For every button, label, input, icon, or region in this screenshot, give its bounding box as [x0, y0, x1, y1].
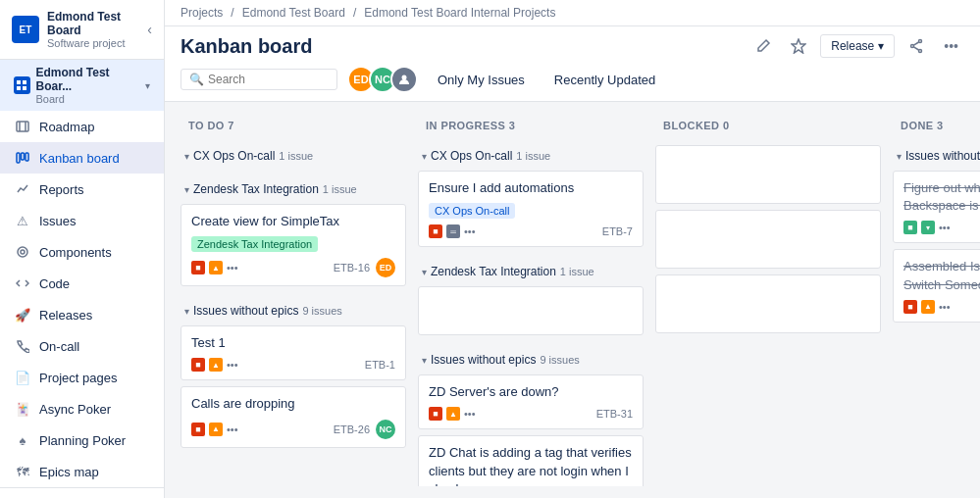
epic-header-noepic-ip[interactable]: ▾ Issues without epics 9 issues: [418, 349, 644, 371]
epic-section-cxops-todo: ▾ CX Ops On-call 1 issue: [181, 145, 406, 171]
svg-rect-1: [23, 80, 26, 84]
search-box[interactable]: 🔍: [181, 69, 337, 90]
epic-header-zendesk-todo[interactable]: ▾ Zendesk Tax Integration 1 issue: [181, 178, 406, 200]
breadcrumb-board[interactable]: Edmond Test Board: [242, 6, 345, 20]
sidebar-item-async-poker[interactable]: 🃏 Async Poker: [0, 393, 164, 424]
brand-title: Edmond Test Board: [47, 10, 147, 37]
empty-slot: [655, 145, 881, 204]
card-dots: •••: [227, 262, 238, 274]
project-pages-icon: 📄: [14, 369, 31, 386]
sidebar-brand[interactable]: ET Edmond Test Board Software project: [12, 10, 147, 49]
type-icon: ▲: [446, 407, 460, 421]
priority-icon: ■: [429, 407, 442, 421]
board-body: TO DO 7 ▾ CX Ops On-call 1 issue ▾: [165, 102, 980, 498]
epic-header-zendesk-ip[interactable]: ▾ Zendesk Tax Integration 1 issue: [418, 261, 644, 282]
card-etb7[interactable]: Ensure I add automations CX Ops On-call …: [418, 171, 644, 247]
type-icon: ▲: [921, 300, 935, 314]
card-footer: ■ ▲ ••• ETB-1: [191, 358, 395, 372]
epic-header-cxops-ip[interactable]: ▾ CX Ops On-call 1 issue: [418, 145, 644, 167]
kanban-label: Kanban board: [39, 151, 120, 166]
epics-map-icon: 🗺: [14, 463, 31, 480]
sidebar-item-releases[interactable]: 🚀 Releases: [0, 299, 164, 330]
priority-icon: ■: [191, 423, 205, 436]
empty-slot-2: [655, 210, 881, 269]
card-avatar: ED: [376, 258, 395, 277]
card-id: ETB-31: [596, 408, 633, 420]
sidebar-item-planning-poker[interactable]: ♠ Planning Poker: [0, 424, 164, 456]
search-input[interactable]: [208, 73, 329, 86]
epic-name: Issues without epics: [193, 304, 298, 318]
breadcrumb-sep-2: /: [353, 6, 356, 20]
star-icon-button[interactable]: [785, 34, 812, 58]
card-id: ETB-7: [602, 225, 633, 237]
sidebar-collapse-button[interactable]: ‹: [147, 22, 152, 37]
sidebar-item-oncall[interactable]: On-call: [0, 330, 164, 362]
code-label: Code: [39, 276, 70, 291]
board-selector-name: Edmond Test Boar...: [36, 66, 140, 93]
card-icons: ■ ═ •••: [429, 224, 476, 238]
card-etb30[interactable]: Figure out why shortcuts CMND + Backspac…: [893, 171, 980, 243]
code-icon: [14, 274, 31, 292]
board-selector[interactable]: Edmond Test Boar... Board ▾: [0, 60, 164, 111]
card-etb27[interactable]: Assembled Is Not Letting Me Switch Someo…: [893, 249, 980, 322]
epic-header-noepic-todo[interactable]: ▾ Issues without epics 9 issues: [181, 300, 406, 322]
svg-rect-3: [23, 86, 26, 90]
priority-icon: ■: [191, 358, 205, 372]
card-icons: ■ ▾ •••: [903, 221, 951, 234]
column-blocked-header: BLOCKED 0: [655, 114, 881, 137]
sidebar-item-roadmap[interactable]: Roadmap: [0, 111, 164, 142]
avatar-group: ED NC: [347, 66, 418, 93]
priority-icon: ■: [903, 300, 917, 314]
only-my-issues-button[interactable]: Only My Issues: [428, 69, 535, 91]
svg-rect-9: [26, 153, 28, 161]
card-icons: ■ ▲ •••: [903, 300, 951, 314]
card-footer: ■ ▾ ••• ETB-30: [903, 221, 980, 234]
share-icon-button[interactable]: [903, 34, 930, 58]
card-tag: CX Ops On-call: [429, 203, 515, 219]
svg-rect-0: [17, 80, 21, 84]
release-button[interactable]: Release ▾: [820, 34, 895, 58]
epics-map-label: Epics map: [39, 465, 99, 479]
epic-count: 1 issue: [560, 266, 594, 277]
sidebar-item-project-pages[interactable]: 📄 Project pages: [0, 362, 164, 393]
column-todo: TO DO 7 ▾ CX Ops On-call 1 issue ▾: [181, 114, 406, 486]
kanban-icon: [14, 149, 31, 167]
sidebar-item-kanban[interactable]: Kanban board: [0, 142, 164, 174]
column-done-content: ▾ Issues without epics 9 issues Figure o…: [893, 145, 980, 486]
oncall-icon: [14, 337, 31, 355]
priority-icon: ■: [191, 261, 205, 274]
epic-name: CX Ops On-call: [193, 149, 275, 163]
card-etb1[interactable]: Test 1 ■ ▲ ••• ETB-1: [181, 325, 406, 380]
sidebar-item-reports[interactable]: Reports: [0, 174, 164, 205]
sidebar-item-code[interactable]: Code: [0, 268, 164, 299]
sidebar-item-issues[interactable]: ⚠ Issues: [0, 205, 164, 236]
epic-header-noepic-done[interactable]: ▾ Issues without epics 9 issues: [893, 145, 980, 167]
column-inprogress: IN PROGRESS 3 ▾ CX Ops On-call 1 issue E…: [418, 114, 644, 486]
brand-icon: ET: [12, 16, 39, 43]
issues-icon: ⚠: [14, 212, 31, 229]
column-inprogress-header: IN PROGRESS 3: [418, 114, 644, 137]
card-etb16[interactable]: Create view for SimpleTax Zendesk Tax In…: [181, 204, 406, 286]
sidebar-item-epics-map[interactable]: 🗺 Epics map: [0, 456, 164, 487]
card-avatar: NC: [376, 420, 395, 439]
recently-updated-button[interactable]: Recently Updated: [544, 69, 665, 91]
card-etb29[interactable]: ZD Chat is adding a tag that verifies cl…: [418, 435, 644, 486]
card-icons: ■ ▲ •••: [191, 358, 238, 372]
avatar-other[interactable]: [390, 66, 418, 93]
sidebar: ET Edmond Test Board Software project ‹ …: [0, 0, 165, 498]
card-etb31[interactable]: ZD Server's are down? ■ ▲ ••• ETB-31: [418, 374, 644, 429]
breadcrumb-internal[interactable]: Edmond Test Board Internal Projects: [364, 6, 555, 20]
board-selector-chevron-icon: ▾: [145, 80, 150, 91]
card-footer: ■ ▲ ••• ETB-16 ED: [191, 258, 395, 277]
card-title: Test 1: [191, 334, 395, 352]
card-tag: Zendesk Tax Integration: [191, 236, 318, 252]
sidebar-item-components[interactable]: Components: [0, 236, 164, 268]
epic-header-cxops-todo[interactable]: ▾ CX Ops On-call 1 issue: [181, 145, 406, 167]
edit-icon-button[interactable]: [749, 34, 777, 58]
more-icon-button[interactable]: •••: [938, 34, 964, 58]
breadcrumb-sep-1: /: [231, 6, 233, 20]
breadcrumb-projects[interactable]: Projects: [181, 6, 223, 20]
epic-toggle-icon: ▾: [184, 184, 189, 195]
card-etb26[interactable]: Calls are dropping ■ ▲ ••• ETB-26 NC: [181, 386, 406, 447]
epic-name: Zendesk Tax Integration: [431, 265, 556, 278]
